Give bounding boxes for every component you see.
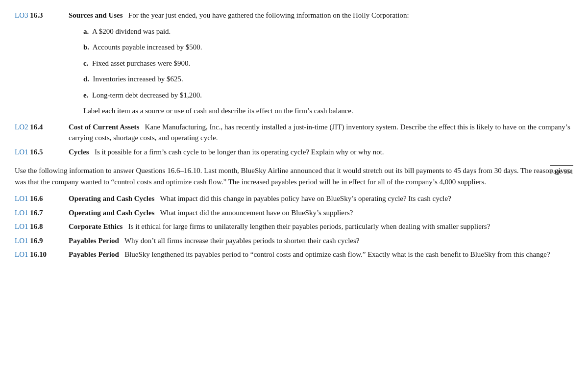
question-16-8: LO1 16.8 Corporate Ethics Is it ethical … <box>15 221 573 232</box>
list-follow-16-3: Label each item as a source or use of ca… <box>83 105 573 117</box>
question-16-6: LO1 16.6 Operating and Cash Cycles What … <box>15 193 573 204</box>
q-text-16-5: Is it possible for a firm’s cash cycle t… <box>95 148 384 156</box>
q-num-16-10: 16.10 <box>30 250 47 258</box>
q-title-16-7: Operating and Cash Cycles <box>69 209 154 217</box>
context-block: Use the following information to answer … <box>15 165 573 187</box>
q-intro-16-3: For the year just ended, you have gather… <box>128 11 409 19</box>
q-num-16-8: 16.8 <box>30 223 43 230</box>
lo-num-16-4: LO2 16.4 <box>15 122 69 133</box>
q-text-16-6: What impact did this change in payables … <box>160 195 451 202</box>
q-num-16-5: 16.5 <box>30 148 43 156</box>
list-item-a: a. A $200 dividend was paid. <box>83 26 573 37</box>
lo-label-16-9[interactable]: LO1 <box>15 237 28 245</box>
list-items-16-3: a. A $200 dividend was paid. b. Accounts… <box>83 26 573 117</box>
q-text-16-4: Kane Manufacturing, Inc., has recently i… <box>69 123 570 142</box>
q-num-16-4: 16.4 <box>30 123 43 131</box>
lo-label-16-3[interactable]: LO3 <box>15 11 28 19</box>
list-label-b: b. <box>83 43 89 51</box>
q-title-16-10: Payables Period <box>69 250 119 258</box>
q-text-16-9: Why don’t all firms increase their payab… <box>124 237 360 245</box>
lo-num-16-6: LO1 16.6 <box>15 193 69 204</box>
q-title-16-9: Payables Period <box>69 237 119 245</box>
question-16-5: LO1 16.5 Cycles Is it possible for a fir… <box>15 147 573 158</box>
list-text-c: Fixed asset purchases were $900. <box>92 59 190 67</box>
question-16-9: LO1 16.9 Payables Period Why don’t all f… <box>15 235 573 247</box>
list-text-a: A $200 dividend was paid. <box>92 27 171 35</box>
list-label-e: e. <box>83 91 88 99</box>
lo-label-16-8[interactable]: LO1 <box>15 223 28 230</box>
question-16-10: LO1 16.10 Payables Period BlueSky length… <box>15 249 573 260</box>
page-number: Page 551 <box>550 165 573 176</box>
q-title-16-6: Operating and Cash Cycles <box>69 195 154 202</box>
list-text-b: Accounts payable increased by $500. <box>93 43 202 51</box>
q-body-16-8: Corporate Ethics Is it ethical for large… <box>69 221 573 232</box>
list-item-e: e. Long-term debt decreased by $1,200. <box>83 90 573 101</box>
q-title-16-4: Cost of Current Assets <box>69 123 139 131</box>
lo-num-16-3: LO3 16.3 <box>15 10 69 21</box>
lo-num-16-8: LO1 16.8 <box>15 221 69 232</box>
q-text-16-10: BlueSky lengthened its payables period t… <box>124 250 550 258</box>
q-title-16-5: Cycles <box>69 148 89 156</box>
q-body-16-6: Operating and Cash Cycles What impact di… <box>69 193 573 204</box>
q-body-16-3: Sources and Uses For the year just ended… <box>69 10 573 21</box>
q-title-16-8: Corporate Ethics <box>69 223 122 230</box>
lo-label-16-7[interactable]: LO1 <box>15 209 28 217</box>
q-body-16-5: Cycles Is it possible for a firm’s cash … <box>69 147 573 158</box>
lo-label-16-6[interactable]: LO1 <box>15 195 28 202</box>
question-16-4: LO2 16.4 Cost of Current Assets Kane Man… <box>15 122 573 144</box>
list-label-a: a. <box>83 27 89 35</box>
q-body-16-9: Payables Period Why don’t all firms incr… <box>69 235 573 247</box>
q-num-16-9: 16.9 <box>30 237 43 245</box>
q-text-16-7: What impact did the announcement have on… <box>160 209 353 217</box>
q-body-16-4: Cost of Current Assets Kane Manufacturin… <box>69 122 573 144</box>
lo-label-16-5[interactable]: LO1 <box>15 148 28 156</box>
q-title-16-3: Sources and Uses <box>69 11 123 19</box>
lo-label-16-4[interactable]: LO2 <box>15 123 28 131</box>
list-text-d: Inventories increased by $625. <box>93 75 183 83</box>
q-body-16-10: Payables Period BlueSky lengthened its p… <box>69 249 573 260</box>
context-paragraph: Use the following information to answer … <box>15 165 573 187</box>
lo-label-16-10[interactable]: LO1 <box>15 250 28 258</box>
lo-num-16-10: LO1 16.10 <box>15 249 69 260</box>
q-num-16-7: 16.7 <box>30 209 43 217</box>
list-label-c: c. <box>83 59 88 67</box>
question-16-3: LO3 16.3 Sources and Uses For the year j… <box>15 10 573 21</box>
list-item-d: d. Inventories increased by $625. <box>83 74 573 85</box>
list-label-d: d. <box>83 75 89 83</box>
lo-num-16-9: LO1 16.9 <box>15 235 69 247</box>
lo-num-16-7: LO1 16.7 <box>15 207 69 219</box>
list-item-c: c. Fixed asset purchases were $900. <box>83 58 573 69</box>
question-16-7: LO1 16.7 Operating and Cash Cycles What … <box>15 207 573 219</box>
list-item-b: b. Accounts payable increased by $500. <box>83 42 573 53</box>
lo-num-16-5: LO1 16.5 <box>15 147 69 158</box>
q-text-16-8: Is it ethical for large firms to unilate… <box>128 223 490 230</box>
q-num-16-6: 16.6 <box>30 195 43 202</box>
list-text-e: Long-term debt decreased by $1,200. <box>92 91 202 99</box>
q-num-16-3: 16.3 <box>30 11 43 19</box>
q-body-16-7: Operating and Cash Cycles What impact di… <box>69 207 573 219</box>
